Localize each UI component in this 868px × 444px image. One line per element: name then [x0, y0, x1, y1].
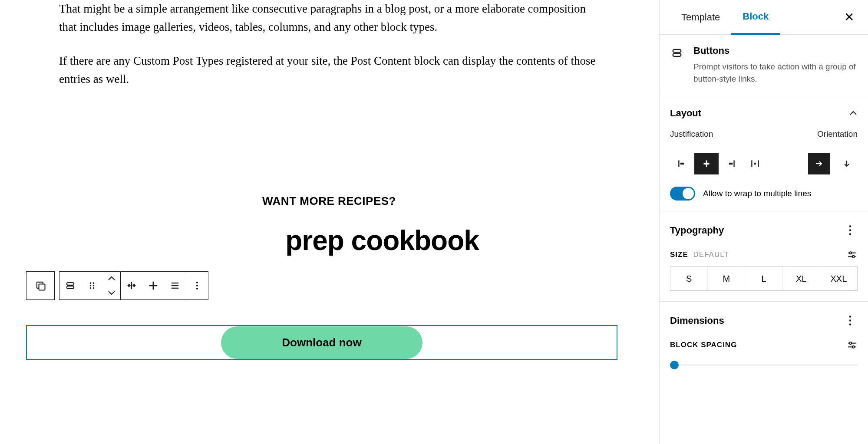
justify-center-icon: [701, 158, 712, 169]
svg-rect-2: [67, 283, 74, 285]
content-justification-button[interactable]: [164, 272, 186, 299]
toolbar-main-group: [59, 271, 208, 300]
wrap-toggle-label: Allow to wrap to multiple lines: [703, 189, 811, 198]
slider-thumb[interactable]: [670, 361, 679, 369]
settings-sidebar: Template Block ✕ Buttons Prompt visitors…: [659, 0, 868, 444]
justify-left-button[interactable]: [670, 153, 694, 174]
drag-handle[interactable]: [81, 272, 103, 299]
size-option-xl[interactable]: XL: [783, 267, 820, 290]
headline-partial[interactable]: prep cookbook: [112, 224, 652, 257]
layout-panel-toggle[interactable]: Layout: [670, 108, 858, 119]
editor-canvas: That might be a simple arrangement like …: [0, 0, 660, 444]
block-description: Prompt visitors to take action with a gr…: [693, 61, 858, 85]
layout-panel: Layout Justification Orientation Allow t…: [660, 97, 868, 211]
justify-center-button[interactable]: [694, 153, 719, 174]
svg-point-6: [90, 285, 92, 286]
svg-point-42: [852, 346, 855, 348]
wrap-toggle-row: Allow to wrap to multiple lines: [670, 187, 858, 201]
size-default: DEFAULT: [693, 250, 729, 259]
size-option-s[interactable]: S: [670, 267, 708, 290]
close-sidebar-button[interactable]: ✕: [841, 8, 858, 27]
size-option-xxl[interactable]: XXL: [820, 267, 857, 290]
justification-label: Justification: [670, 129, 713, 139]
change-justification-button[interactable]: [121, 272, 142, 299]
arrow-down-icon: [842, 158, 852, 169]
orientation-group: [808, 153, 858, 174]
font-size-options: S M L XL XXL: [670, 266, 858, 291]
content-paragraph[interactable]: If there are any Custom Post Types regis…: [59, 52, 599, 89]
arrow-right-icon: [814, 158, 824, 169]
typography-options-button[interactable]: ⋮: [843, 222, 858, 239]
eyebrow-text[interactable]: WANT MORE RECIPES?: [59, 194, 599, 208]
svg-rect-29: [729, 163, 733, 164]
slider-track: [670, 365, 858, 365]
close-icon: ✕: [844, 10, 854, 24]
more-options-button[interactable]: [186, 272, 208, 299]
download-button[interactable]: Download now: [221, 326, 422, 359]
tab-block[interactable]: Block: [731, 0, 780, 35]
wrap-toggle[interactable]: [670, 187, 695, 201]
typography-panel-title: Typography: [670, 225, 724, 236]
svg-rect-3: [67, 286, 74, 289]
svg-rect-27: [707, 163, 709, 164]
block-spacing-slider[interactable]: [670, 363, 858, 367]
content-paragraph[interactable]: That might be a simple arrangement like …: [59, 0, 599, 36]
block-spacing-label: BLOCK SPACING: [670, 341, 737, 349]
layout-panel-title: Layout: [670, 108, 701, 119]
move-down-button[interactable]: [103, 286, 120, 299]
more-vertical-icon: [191, 280, 203, 292]
justify-left-icon: [677, 158, 688, 169]
parent-icon: [34, 280, 46, 292]
toggle-knob: [683, 188, 694, 199]
svg-point-7: [93, 285, 95, 286]
move-up-button[interactable]: [103, 272, 120, 286]
size-option-l[interactable]: L: [745, 267, 782, 290]
svg-rect-24: [680, 163, 684, 164]
dimensions-panel: Dimensions ⋮ BLOCK SPACING: [660, 302, 868, 378]
layout-controls-row: [670, 153, 858, 174]
more-vertical-icon: ⋮: [845, 224, 856, 237]
size-label: SIZE: [670, 250, 688, 259]
svg-rect-22: [673, 53, 681, 56]
typography-panel-head: Typography ⋮: [670, 222, 858, 239]
drag-icon: [86, 280, 98, 292]
size-option-m[interactable]: M: [708, 267, 745, 290]
svg-rect-21: [673, 49, 681, 53]
svg-point-8: [90, 287, 92, 289]
buttons-icon: [64, 280, 76, 292]
svg-rect-32: [754, 163, 756, 164]
svg-point-20: [196, 288, 198, 289]
svg-point-38: [852, 256, 855, 258]
dimensions-panel-head: Dimensions ⋮: [670, 312, 858, 329]
buttons-block-selected[interactable]: Download now: [26, 325, 617, 360]
align-icon: [147, 280, 159, 292]
svg-point-5: [93, 282, 95, 284]
svg-rect-26: [704, 163, 706, 164]
more-vertical-icon: ⋮: [845, 314, 856, 327]
justify-right-button[interactable]: [719, 153, 743, 174]
typography-size-header: SIZE DEFAULT: [670, 249, 858, 260]
justify-space-icon: [749, 158, 761, 169]
justification-group: [670, 153, 767, 174]
tab-template[interactable]: Template: [670, 0, 731, 35]
svg-point-4: [90, 282, 92, 284]
block-title: Buttons: [693, 45, 858, 56]
block-toolbar: [26, 271, 208, 300]
chevron-down-icon: [108, 290, 116, 295]
dimensions-options-button[interactable]: ⋮: [843, 312, 858, 329]
svg-point-36: [849, 252, 851, 254]
buttons-block-icon-button[interactable]: [59, 272, 81, 299]
justify-space-between-button[interactable]: [743, 153, 767, 174]
orientation-label: Orientation: [817, 129, 858, 139]
typography-panel: Typography ⋮ SIZE DEFAULT S M L XL XXL: [660, 211, 868, 302]
orientation-horizontal-button[interactable]: [808, 153, 830, 174]
chevron-up-icon: [108, 276, 116, 281]
settings-sliders-icon[interactable]: [846, 249, 858, 260]
svg-point-40: [849, 342, 851, 344]
dimensions-panel-title: Dimensions: [670, 315, 724, 326]
settings-sliders-icon[interactable]: [846, 339, 858, 351]
change-alignment-button[interactable]: [142, 272, 164, 299]
block-info-panel: Buttons Prompt visitors to take action w…: [660, 35, 868, 97]
select-parent-button[interactable]: [26, 271, 55, 300]
orientation-vertical-button[interactable]: [836, 153, 858, 174]
